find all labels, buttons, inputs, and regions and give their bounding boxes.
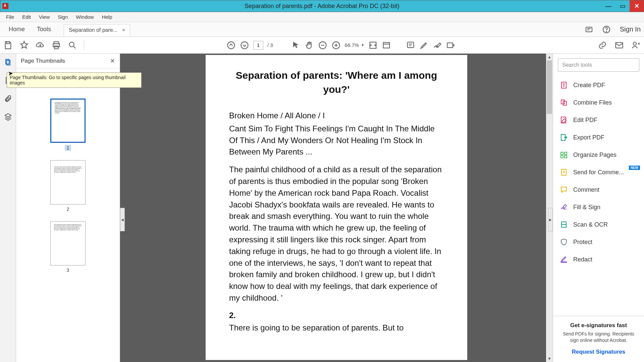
tool-protect[interactable]: Protect (553, 233, 644, 251)
thumbnails-panel: Page Thumbnails ✕ Page Thumbnails: Go to… (16, 54, 120, 362)
document-view[interactable]: Separation of parents: 'Where am I among… (120, 54, 553, 362)
page-total: / 3 (267, 42, 273, 48)
document-paragraph: The painful childhood of a child as a re… (229, 164, 444, 304)
page-down-icon[interactable] (240, 41, 249, 50)
svg-rect-31 (561, 262, 567, 262)
more-tools-icon[interactable] (446, 41, 455, 50)
title-bar: Separation of parents.pdf - Adobe Acroba… (0, 0, 644, 12)
menu-view[interactable]: View (36, 13, 53, 21)
svg-rect-13 (383, 42, 390, 48)
tool-redact[interactable]: Redact (553, 251, 644, 268)
tab-document-close-icon[interactable]: × (122, 27, 125, 33)
hand-tool-icon[interactable] (305, 41, 314, 50)
tool-icon (560, 116, 568, 124)
tab-home[interactable]: Home (3, 23, 31, 36)
tool-label: Edit PDF (573, 117, 597, 124)
close-button[interactable]: ✕ (630, 0, 644, 12)
attachments-nav-icon[interactable] (4, 95, 12, 103)
tool-label: Combine Files (573, 99, 612, 106)
star-icon[interactable] (19, 41, 29, 50)
tab-tools[interactable]: Tools (31, 23, 57, 36)
document-section-number: 2. (229, 311, 444, 320)
promo-panel: Get e-signatures fast Send PDFs for sign… (553, 316, 644, 362)
collapse-right-handle[interactable]: ▶ (548, 208, 553, 231)
menu-file[interactable]: File (3, 13, 17, 21)
nav-strip (0, 54, 16, 362)
thumbnails-close-icon[interactable]: ✕ (110, 57, 115, 65)
thumbnails-nav-icon[interactable] (4, 58, 12, 66)
notifications-icon[interactable] (585, 25, 593, 34)
link-icon[interactable] (598, 41, 607, 50)
sign-in-link[interactable]: Sign In (620, 25, 641, 33)
email-icon[interactable] (614, 41, 624, 50)
tab-document[interactable]: Separation of pare... × (64, 24, 130, 37)
sign-tool-icon[interactable] (433, 41, 442, 50)
tool-icon (560, 203, 568, 211)
tool-scan-ocr[interactable]: Scan & OCR (553, 216, 644, 233)
menu-bar: File Edit View Sign Window Help (0, 12, 644, 22)
page-up-icon[interactable] (226, 41, 236, 50)
sticky-note-icon[interactable] (406, 41, 415, 50)
fit-width-icon[interactable] (368, 41, 378, 50)
menu-window[interactable]: Window (72, 13, 97, 21)
tool-label: Scan & OCR (573, 221, 608, 228)
svg-point-2 (606, 31, 607, 32)
svg-rect-27 (561, 156, 563, 158)
fit-page-icon[interactable] (382, 41, 391, 50)
tool-send-for-comme-[interactable]: Send for Comme...NEW (553, 164, 644, 181)
collapse-left-handle[interactable]: ◀ (120, 208, 125, 231)
thumbnail-page-1[interactable]: Separation of parents Where am I among y… (50, 99, 86, 151)
tool-create-pdf[interactable]: Create PDF (553, 76, 644, 94)
tool-organize-pages[interactable]: Organize Pages (553, 146, 644, 164)
svg-rect-28 (565, 156, 567, 158)
zoom-in-icon[interactable] (331, 41, 341, 50)
thumbnail-number: 2 (67, 206, 69, 212)
thumbnail-page-2[interactable]: Lorem ipsum dolor sit amet consectetur a… (50, 160, 86, 212)
menu-edit[interactable]: Edit (19, 13, 34, 21)
save-icon[interactable] (3, 41, 13, 50)
highlight-icon[interactable] (419, 41, 429, 50)
tool-icon (560, 221, 568, 229)
print-icon[interactable] (52, 41, 61, 50)
svg-rect-3 (6, 42, 9, 44)
zoom-out-icon[interactable] (318, 41, 327, 50)
promo-link[interactable]: Request Signatures (558, 349, 639, 355)
tool-label: Redact (573, 256, 592, 263)
selection-tool-icon[interactable] (291, 41, 301, 50)
thumbnail-number: 3 (67, 267, 69, 273)
tool-combine-files[interactable]: Combine Files (553, 94, 644, 111)
menu-sign[interactable]: Sign (54, 13, 71, 21)
scroll-down-icon[interactable]: ▼ (546, 355, 553, 362)
tabs-bar: Home Tools Separation of pare... × Sign … (0, 22, 644, 37)
cloud-icon[interactable] (36, 41, 45, 50)
page-number-input[interactable] (253, 41, 263, 50)
tool-edit-pdf[interactable]: Edit PDF (553, 111, 644, 129)
tool-label: Fill & Sign (573, 204, 600, 211)
tool-fill-sign[interactable]: Fill & Sign (553, 198, 644, 216)
tool-comment[interactable]: Comment (553, 181, 644, 198)
app-icon (2, 3, 8, 9)
menu-help[interactable]: Help (99, 13, 116, 21)
thumbnail-preview: Lorem ipsum dolor sit amet consectetur a… (50, 160, 86, 204)
scroll-up-icon[interactable]: ▲ (546, 54, 553, 60)
search-icon[interactable] (68, 41, 77, 50)
svg-point-9 (241, 42, 248, 49)
minimize-button[interactable]: — (601, 0, 615, 12)
help-icon[interactable] (602, 25, 610, 34)
tools-panel: Search tools Create PDFCombine FilesEdit… (553, 54, 644, 362)
tool-icon (560, 99, 568, 107)
layers-nav-icon[interactable] (4, 113, 12, 121)
tool-label: Create PDF (573, 82, 605, 89)
thumbnail-page-3[interactable]: Lorem ipsum dolor sit amet consectetur a… (50, 221, 86, 273)
thumbnail-number: 1 (65, 145, 71, 151)
svg-point-8 (227, 42, 234, 49)
scroll-thumb[interactable] (547, 60, 552, 114)
svg-rect-26 (565, 152, 567, 155)
toolbar: / 3 66.7% ▼ (0, 37, 644, 54)
maximize-button[interactable]: ▭ (615, 0, 630, 12)
thumbnails-tooltip: Page Thumbnails: Go to specific pages us… (7, 72, 142, 88)
tool-export-pdf[interactable]: Export PDF (553, 129, 644, 146)
share-icon[interactable] (631, 41, 641, 50)
search-tools-input[interactable]: Search tools (558, 58, 639, 72)
zoom-dropdown[interactable]: 66.7% ▼ (345, 42, 364, 48)
